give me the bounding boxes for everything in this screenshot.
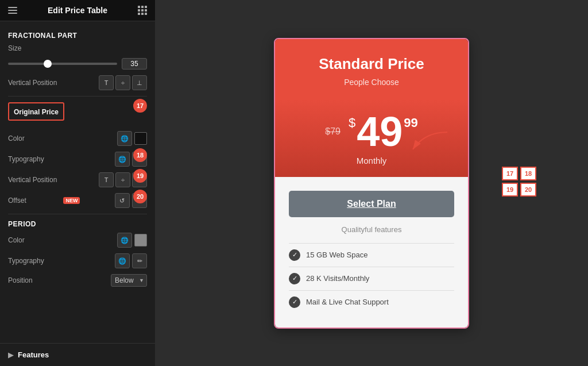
period-typography-row: Typography 🌐 ✏ bbox=[8, 253, 147, 268]
align-middle-btn[interactable]: ÷ bbox=[115, 75, 130, 90]
divider-1 bbox=[8, 96, 147, 97]
period-section-label: Period bbox=[8, 220, 147, 228]
size-slider[interactable] bbox=[8, 63, 117, 65]
size-label: Size bbox=[8, 44, 21, 52]
check-icon-3: ✓ bbox=[289, 296, 300, 308]
original-price-header: Original Price 17 bbox=[8, 102, 147, 126]
badge-18: 18 bbox=[133, 148, 147, 162]
color-row: Color 🌐 bbox=[8, 131, 147, 146]
price-section: $79 $ 49 99 Monthly bbox=[275, 99, 468, 177]
annot-box-19: 19 bbox=[502, 183, 518, 197]
offset-reset-btn[interactable]: ↺ bbox=[115, 193, 130, 208]
features-section: ▶ Features bbox=[0, 343, 155, 366]
op-vertical-position-label: Vertical Position bbox=[8, 176, 57, 184]
price-fraction: 99 bbox=[404, 115, 417, 130]
features-toggle[interactable]: ▶ Features bbox=[8, 350, 147, 359]
chevron-right-icon: ▶ bbox=[8, 351, 13, 359]
annotation-row-1: 17 18 bbox=[502, 167, 536, 180]
color-swatch-black[interactable] bbox=[134, 132, 147, 145]
price-card-body: Select Plan Qualityful features ✓ 15 GB … bbox=[275, 177, 468, 328]
price-currency: $ bbox=[349, 115, 355, 130]
period-typography-label: Typography bbox=[8, 257, 44, 265]
vertical-position-buttons: T ÷ ⊥ bbox=[99, 75, 147, 90]
sidebar: Edit Price Table Fractional Part Size 35… bbox=[0, 0, 155, 366]
annot-box-20: 20 bbox=[520, 183, 536, 197]
annotation-row-2: 19 20 bbox=[502, 183, 536, 197]
new-badge: NEW bbox=[63, 197, 80, 204]
period-color-controls: 🌐 bbox=[117, 233, 147, 248]
original-price-label: Original Price bbox=[14, 108, 59, 116]
period-typography-controls: 🌐 ✏ bbox=[115, 253, 147, 268]
op-align-middle-btn[interactable]: ÷ bbox=[115, 172, 130, 187]
op-vertical-position-row: Vertical Position T ÷ ⊥ bbox=[8, 172, 147, 187]
period-position-label: Position bbox=[8, 276, 33, 284]
badge-19: 19 bbox=[133, 169, 147, 183]
feature-text-3: Mail & Live Chat Support bbox=[306, 298, 389, 306]
features-label: Qualityful features bbox=[289, 225, 454, 234]
annot-box-17: 17 bbox=[502, 167, 518, 180]
price-card-title: Standard Price bbox=[287, 55, 457, 73]
typography-row-wrapper: Typography 🌐 ✏ 18 bbox=[8, 152, 147, 167]
sidebar-header: Edit Price Table bbox=[0, 0, 155, 21]
op-align-top-btn[interactable]: T bbox=[99, 172, 114, 187]
sidebar-content: Fractional Part Size 35 Vertical Positio… bbox=[0, 21, 155, 343]
badge-17: 17 bbox=[133, 99, 147, 113]
size-input[interactable]: 35 bbox=[122, 58, 147, 70]
size-slider-row: 35 bbox=[8, 58, 147, 70]
offset-label: Offset bbox=[8, 197, 26, 205]
original-price-box: Original Price bbox=[8, 102, 64, 121]
check-icon-1: ✓ bbox=[289, 249, 300, 261]
feature-text-2: 28 K Visits/Monthly bbox=[306, 274, 369, 283]
annot-box-18: 18 bbox=[520, 167, 536, 180]
divider-2 bbox=[8, 214, 147, 214]
vertical-position-row: Vertical Position T ÷ ⊥ bbox=[8, 75, 147, 90]
annotation-group: 17 18 19 20 bbox=[502, 167, 536, 197]
period-position-row: Position Below Above Left Right ▼ bbox=[8, 274, 147, 287]
offset-row: Offset NEW ↺ ✏ bbox=[8, 193, 147, 208]
features-label: Features bbox=[18, 350, 49, 359]
period-typography-edit-btn[interactable]: ✏ bbox=[132, 253, 147, 268]
period-position-select[interactable]: Below Above Left Right bbox=[111, 274, 147, 287]
period-position-dropdown-wrapper: Below Above Left Right ▼ bbox=[111, 274, 147, 287]
typography-row: Typography 🌐 ✏ bbox=[8, 152, 147, 167]
color-controls: 🌐 bbox=[117, 131, 147, 146]
period-color-globe-btn[interactable]: 🌐 bbox=[117, 233, 132, 248]
feature-item-3: ✓ Mail & Live Chat Support bbox=[289, 290, 454, 314]
select-plan-button[interactable]: Select Plan bbox=[289, 191, 454, 217]
period-color-swatch[interactable] bbox=[134, 234, 147, 246]
period-color-row: Color 🌐 bbox=[8, 233, 147, 248]
size-row: Size bbox=[8, 44, 147, 52]
period-typography-globe-btn[interactable]: 🌐 bbox=[115, 253, 130, 268]
check-icon-2: ✓ bbox=[289, 273, 300, 284]
main-content: Standard Price People Choose $79 $ 49 99… bbox=[155, 0, 588, 366]
sidebar-title: Edit Price Table bbox=[48, 6, 107, 15]
price-original: $79 bbox=[325, 126, 341, 137]
feature-text-1: 15 GB Web Space bbox=[306, 251, 368, 259]
typography-label: Typography bbox=[8, 155, 44, 163]
fractional-part-section-label: Fractional Part bbox=[8, 32, 147, 40]
price-card-header: Standard Price People Choose bbox=[275, 39, 468, 99]
grid-icon[interactable] bbox=[138, 6, 147, 15]
color-globe-btn[interactable]: 🌐 bbox=[117, 131, 132, 146]
feature-item-1: ✓ 15 GB Web Space bbox=[289, 243, 454, 267]
align-top-btn[interactable]: T bbox=[99, 75, 114, 90]
price-card: Standard Price People Choose $79 $ 49 99… bbox=[274, 38, 469, 329]
price-card-subtitle: People Choose bbox=[287, 78, 457, 87]
price-period: Monthly bbox=[287, 156, 457, 165]
price-display: $ 49 99 bbox=[349, 111, 418, 152]
feature-item-2: ✓ 28 K Visits/Monthly bbox=[289, 267, 454, 290]
color-label: Color bbox=[8, 134, 25, 142]
vertical-position-label: Vertical Position bbox=[8, 79, 57, 87]
period-color-label: Color bbox=[8, 236, 25, 244]
op-vertical-position-wrapper: Vertical Position T ÷ ⊥ 19 bbox=[8, 172, 147, 187]
badge-20: 20 bbox=[133, 190, 147, 203]
align-bottom-btn[interactable]: ⊥ bbox=[132, 75, 147, 90]
typography-globe-btn[interactable]: 🌐 bbox=[115, 152, 130, 167]
offset-row-wrapper: Offset NEW ↺ ✏ 20 bbox=[8, 193, 147, 208]
price-main: 49 bbox=[357, 111, 403, 152]
menu-icon[interactable] bbox=[8, 7, 17, 14]
